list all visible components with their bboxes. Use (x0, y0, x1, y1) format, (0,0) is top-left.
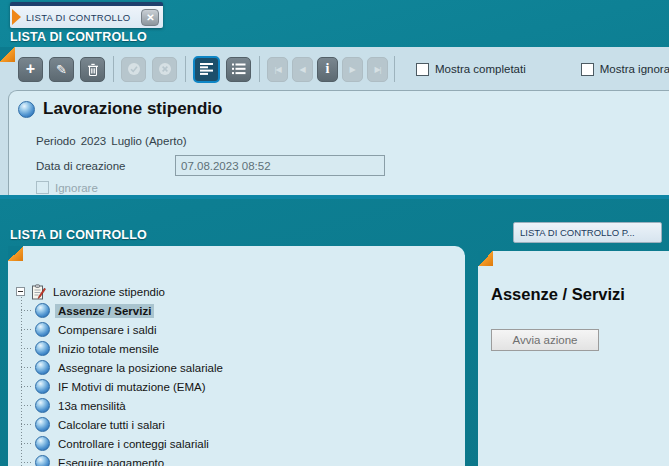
period-value: Luglio (Aperto) (111, 135, 186, 147)
mark-cancelled-button (152, 57, 177, 82)
period-year: 2023 (81, 135, 107, 147)
tree-item-label: Assenze / Servizi (55, 304, 154, 318)
task-sphere-icon (35, 303, 50, 318)
checklist-tree: Lavorazione stipendio Assenze / ServiziC… (16, 282, 226, 466)
tree-item-label: IF Motivi di mutazione (EMA) (55, 380, 209, 394)
task-sphere-icon (35, 322, 50, 337)
status-sphere-icon (18, 101, 35, 118)
bullet-list-icon (232, 63, 246, 75)
task-sphere-icon (35, 341, 50, 356)
tree-item[interactable]: IF Motivi di mutazione (EMA) (21, 377, 226, 396)
toolbar-separator (113, 56, 114, 82)
tree-item-label: Eseguire pagamento (55, 456, 167, 466)
previous-icon: ◀ (299, 65, 305, 74)
task-sphere-icon (35, 360, 50, 375)
tree-item-label: Assegnare la posizione salariale (55, 361, 226, 375)
creation-date-input[interactable] (175, 155, 385, 176)
tree-item[interactable]: Eseguire pagamento (21, 453, 226, 466)
pencil-icon: ✎ (56, 63, 67, 76)
mark-completed-button (121, 57, 146, 82)
show-completed-label: Mostra completati (435, 63, 526, 75)
align-left-icon (200, 63, 214, 75)
tree-root[interactable]: Lavorazione stipendio (16, 282, 226, 301)
tree-item[interactable]: Calcolare tutti i salari (21, 415, 226, 434)
x-circle-icon (158, 62, 172, 76)
go-next-button: ▶ (342, 57, 363, 82)
close-icon[interactable]: ✕ (141, 9, 159, 26)
checkbox-box-icon (581, 63, 594, 76)
check-circle-icon (127, 62, 141, 76)
toolbar-separator (394, 56, 395, 82)
view-list-button[interactable] (226, 57, 251, 82)
section-title-top: LISTA DI CONTROLLO (10, 30, 147, 44)
action-panel: Assenze / Servizi Avvia azione (478, 251, 669, 466)
go-last-button: ▶| (367, 57, 388, 82)
section-title-lower: LISTA DI CONTROLLO (10, 228, 147, 242)
task-sphere-icon (35, 398, 50, 413)
task-sphere-icon (35, 436, 50, 451)
tree-item-label: 13a mensilità (55, 399, 129, 413)
checkbox-box-icon (416, 63, 429, 76)
corner-fold-icon (0, 47, 15, 62)
corner-fold-icon (8, 246, 23, 261)
detail-panel: Lavorazione stipendio Periodo 2023 Lugli… (8, 90, 669, 195)
content-area: +✎|◀◀i▶▶| Mostra completati Mostra ignor… (0, 47, 669, 199)
go-first-button: |◀ (267, 57, 288, 82)
toolbar-separator (185, 56, 186, 82)
first-icon: |◀ (274, 65, 280, 74)
toolbar: +✎|◀◀i▶▶| Mostra completati Mostra ignor… (18, 55, 665, 83)
tree-item-label: Calcolare tutti i salari (55, 418, 168, 432)
document-tab[interactable]: LISTA DI CONTROLLO ✕ (10, 2, 163, 28)
ignore-checkbox[interactable]: Ignorare (36, 181, 98, 194)
ignore-label: Ignorare (55, 182, 98, 194)
edit-button[interactable]: ✎ (49, 57, 74, 82)
task-sphere-icon (35, 379, 50, 394)
task-sphere-icon (35, 417, 50, 432)
right-panel-tab[interactable]: LISTA DI CONTROLLO P... (513, 222, 662, 243)
show-ignored-label: Mostra ignorati (600, 63, 669, 75)
tree-children: Assenze / ServiziCompensare i saldiInizi… (21, 301, 226, 466)
toolbar-buttons: +✎|◀◀i▶▶| (18, 56, 392, 83)
task-sphere-icon (35, 455, 50, 466)
creation-date-label: Data di creazione (36, 160, 175, 172)
tree-item-label: Compensare i saldi (55, 323, 159, 337)
view-details-button[interactable] (193, 56, 220, 83)
detail-title: Lavorazione stipendio (43, 99, 222, 119)
period-text: Periodo 2023 Luglio (Aperto) (36, 135, 187, 147)
pennant-icon (12, 9, 21, 25)
plus-icon: + (26, 61, 35, 77)
tree-item-label: Controllare i conteggi salariali (55, 437, 212, 451)
add-button[interactable]: + (18, 57, 43, 82)
next-icon: ▶ (349, 65, 355, 74)
trash-icon (87, 63, 99, 76)
tree-root-label: Lavorazione stipendio (50, 285, 168, 299)
tree-item[interactable]: Assegnare la posizione salariale (21, 358, 226, 377)
last-icon: ▶| (374, 65, 380, 74)
checkbox-box-icon (36, 181, 49, 194)
start-action-button[interactable]: Avvia azione (491, 329, 599, 351)
action-panel-title: Assenze / Servizi (491, 285, 625, 304)
corner-fold-icon (478, 251, 493, 266)
show-completed-checkbox[interactable]: Mostra completati (416, 63, 526, 76)
go-previous-button: ◀ (292, 57, 313, 82)
toolbar-separator (259, 56, 260, 82)
tree-item[interactable]: Assenze / Servizi (21, 301, 226, 320)
tree-item[interactable]: Controllare i conteggi salariali (21, 434, 226, 453)
tree-item[interactable]: Inizio totale mensile (21, 339, 226, 358)
checklist-icon (30, 284, 46, 300)
info-icon: i (326, 61, 330, 77)
document-tab-label: LISTA DI CONTROLLO (26, 12, 130, 23)
tree-item-label: Inizio totale mensile (55, 342, 162, 356)
period-label: Periodo (36, 135, 76, 147)
app-window: LISTA DI CONTROLLO ✕ LISTA DI CONTROLLO … (0, 0, 669, 466)
tree-item[interactable]: 13a mensilità (21, 396, 226, 415)
info-button[interactable]: i (317, 57, 338, 82)
show-ignored-checkbox[interactable]: Mostra ignorati (581, 63, 669, 76)
tree-item[interactable]: Compensare i saldi (21, 320, 226, 339)
collapse-icon[interactable] (16, 287, 25, 296)
checklist-tree-panel: Lavorazione stipendio Assenze / ServiziC… (8, 246, 465, 466)
delete-button[interactable] (80, 57, 105, 82)
